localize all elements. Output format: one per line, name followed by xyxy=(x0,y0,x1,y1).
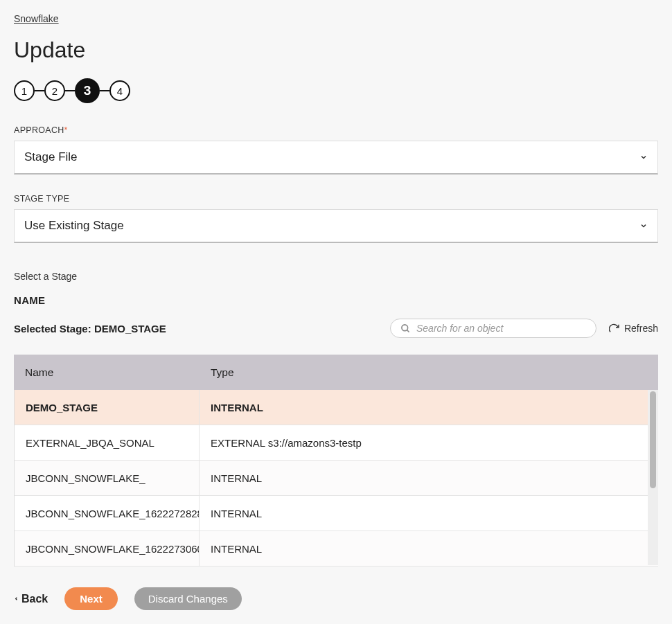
chevron-left-icon xyxy=(14,595,19,603)
cell-name: JBCONN_SNOWFLAKE_ xyxy=(15,461,200,495)
cell-name: DEMO_STAGE xyxy=(15,390,200,425)
chevron-down-icon xyxy=(639,153,648,161)
cell-type: INTERNAL xyxy=(200,402,648,413)
step-2[interactable]: 2 xyxy=(44,80,65,101)
breadcrumb-snowflake[interactable]: Snowflake xyxy=(14,13,59,24)
chevron-down-icon xyxy=(639,222,648,230)
stepper: 1 2 3 4 xyxy=(14,78,658,103)
search-icon xyxy=(400,323,411,334)
step-connector xyxy=(100,90,109,91)
footer: Back Next Discard Changes xyxy=(14,587,242,610)
select-stage-label: Select a Stage xyxy=(14,271,658,282)
cell-type: INTERNAL xyxy=(200,508,648,519)
refresh-icon xyxy=(609,323,620,334)
approach-label: APPROACH* xyxy=(14,125,658,135)
svg-line-1 xyxy=(407,330,409,332)
step-3[interactable]: 3 xyxy=(75,78,100,103)
stage-table: Name Type DEMO_STAGEINTERNALEXTERNAL_JBQ… xyxy=(14,355,658,567)
page-title: Update xyxy=(14,37,658,63)
table-row[interactable]: JBCONN_SNOWFLAKE_INTERNAL xyxy=(15,461,658,496)
refresh-button[interactable]: Refresh xyxy=(609,323,658,334)
scrollbar-thumb[interactable] xyxy=(650,391,656,488)
cell-type: INTERNAL xyxy=(200,472,648,484)
column-header-type[interactable]: Type xyxy=(200,366,658,379)
cell-type: INTERNAL xyxy=(200,543,648,555)
approach-select[interactable]: Stage File xyxy=(14,141,658,175)
column-header-name[interactable]: Name xyxy=(14,366,200,379)
table-row[interactable]: EXTERNAL_JBQA_SONALEXTERNAL s3://amazons… xyxy=(15,425,658,461)
approach-value: Stage File xyxy=(24,150,78,164)
table-header: Name Type xyxy=(14,355,658,390)
search-input[interactable] xyxy=(416,323,586,334)
stage-type-label: STAGE TYPE xyxy=(14,194,658,204)
cell-name: JBCONN_SNOWFLAKE_1622272828... xyxy=(15,496,200,531)
table-row[interactable]: JBCONN_SNOWFLAKE_1622273060...INTERNAL xyxy=(15,531,658,567)
required-marker: * xyxy=(64,125,68,135)
search-input-wrap[interactable] xyxy=(390,319,596,338)
step-connector xyxy=(35,90,44,91)
svg-point-0 xyxy=(402,324,408,330)
step-connector xyxy=(65,90,75,91)
cell-name: JBCONN_SNOWFLAKE_1622273060... xyxy=(15,531,200,566)
discard-changes-button[interactable]: Discard Changes xyxy=(134,587,242,610)
table-row[interactable]: DEMO_STAGEINTERNAL xyxy=(15,390,658,425)
name-heading: NAME xyxy=(14,294,658,306)
stage-type-select[interactable]: Use Existing Stage xyxy=(14,209,658,243)
stage-type-value: Use Existing Stage xyxy=(24,219,124,233)
step-4[interactable]: 4 xyxy=(109,80,130,101)
next-button[interactable]: Next xyxy=(64,587,118,610)
selected-stage: Selected Stage: DEMO_STAGE xyxy=(14,323,166,335)
table-row[interactable]: JBCONN_SNOWFLAKE_1622272828...INTERNAL xyxy=(15,496,658,531)
cell-name: EXTERNAL_JBQA_SONAL xyxy=(15,425,200,460)
step-1[interactable]: 1 xyxy=(14,80,35,101)
back-button[interactable]: Back xyxy=(14,593,48,605)
table-body: DEMO_STAGEINTERNALEXTERNAL_JBQA_SONALEXT… xyxy=(14,390,658,567)
cell-type: EXTERNAL s3://amazons3-testp xyxy=(200,437,648,449)
